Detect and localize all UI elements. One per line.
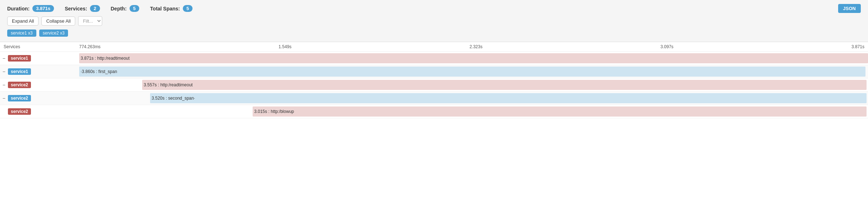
service-tag-1[interactable]: service2 x3 [39,29,68,37]
services-col-header: Services [0,44,79,49]
table-row: – service2 3.557s : http:/readtimeout [0,78,868,92]
row-label-1: – service1 [0,65,79,78]
json-button[interactable]: JSON [838,4,861,13]
row-spans-2: 3.557s : http:/readtimeout [79,78,868,91]
spans-inner-3: 3.520s : second_span· [79,93,868,103]
expand-all-button[interactable]: Expand All [7,17,39,26]
header-bar: Duration: 3.871s Services: 2 Depth: 5 To… [0,0,868,42]
span-text-1: ·3.860s : first_span [81,69,117,74]
service-tag-0[interactable]: service1 x3 [7,29,36,37]
table-row: service2 3.015s : http:/blowup [0,105,868,118]
timeline-header: Services 774.263ms 1.549s 2.323s 3.097s … [0,42,868,52]
tick-2: 2.323s [470,44,483,49]
span-bar-0 [79,53,868,63]
service-badge-3: service2 [8,95,31,101]
span-bar-2 [142,80,866,90]
depth-label: Depth: [111,6,127,12]
expand-toggle-2[interactable]: – [1,82,6,87]
spans-inner-0: 3.871s : http:/readtimeout [79,53,868,63]
row-label-0: – service1 [0,52,79,65]
ticks-col: 774.263ms 1.549s 2.323s 3.097s 3.871s [79,44,868,49]
trace-container: Services 774.263ms 1.549s 2.323s 3.097s … [0,42,868,118]
row-label-3: – service2 [0,92,79,105]
span-text-3: 3.520s : second_span· [152,96,195,101]
row-label-4: service2 [0,105,79,118]
row-spans-3: 3.520s : second_span· [79,92,868,105]
row-label-2: – service2 [0,78,79,91]
trace-rows: – service1 3.871s : http:/readtimeout – … [0,52,868,118]
duration-label: Duration: [7,6,30,12]
tick-3: 3.097s [660,44,673,49]
depth-badge: 5 [130,5,139,12]
spans-inner-4: 3.015s : http:/blowup [79,106,868,117]
row-spans-4: 3.015s : http:/blowup [79,105,868,118]
services-badge: 2 [90,5,100,12]
row-spans-1: ·3.860s : first_span [79,65,868,78]
stat-duration: Duration: 3.871s [7,5,54,12]
spans-inner-2: 3.557s : http:/readtimeout [79,80,868,90]
stat-total-spans: Total Spans: 5 [150,5,193,12]
span-bar-3 [150,93,866,103]
services-label: Services: [65,6,87,12]
total-spans-badge: 5 [183,5,193,12]
span-text-4: 3.015s : http:/blowup [254,109,294,114]
table-row: – service2 3.520s : second_span· [0,92,868,105]
tick-marks: 774.263ms 1.549s 2.323s 3.097s 3.871s [79,44,868,49]
span-text-2: 3.557s : http:/readtimeout [144,82,193,87]
tick-0: 774.263ms [79,44,100,49]
tick-1: 1.549s [279,44,291,49]
expand-toggle-1[interactable]: – [1,69,6,74]
span-bar-1 [79,67,865,77]
service-badge-0: service1 [8,55,31,62]
header-controls: Expand All Collapse All Filt... [7,16,861,26]
service-tags: service1 x3 service2 x3 [7,29,861,37]
service-badge-4: service2 [8,108,31,115]
row-spans-0: 3.871s : http:/readtimeout [79,52,868,65]
span-text-0: 3.871s : http:/readtimeout [81,56,130,61]
duration-badge: 3.871s [32,5,54,12]
expand-toggle-3[interactable]: – [1,96,6,101]
collapse-all-button[interactable]: Collapse All [41,17,75,26]
tick-4: 3.871s [851,44,864,49]
service-badge-2: service2 [8,82,31,88]
total-spans-label: Total Spans: [150,6,180,12]
span-bar-4 [253,106,866,117]
spans-inner-1: ·3.860s : first_span [79,67,868,77]
table-row: – service1 ·3.860s : first_span [0,65,868,78]
header-stats: Duration: 3.871s Services: 2 Depth: 5 To… [7,5,861,12]
expand-toggle-0[interactable]: – [1,56,6,61]
stat-depth: Depth: 5 [111,5,140,12]
table-row: – service1 3.871s : http:/readtimeout [0,52,868,65]
filter-select[interactable]: Filt... [78,16,102,26]
service-badge-1: service1 [8,68,31,75]
stat-services: Services: 2 [65,5,100,12]
